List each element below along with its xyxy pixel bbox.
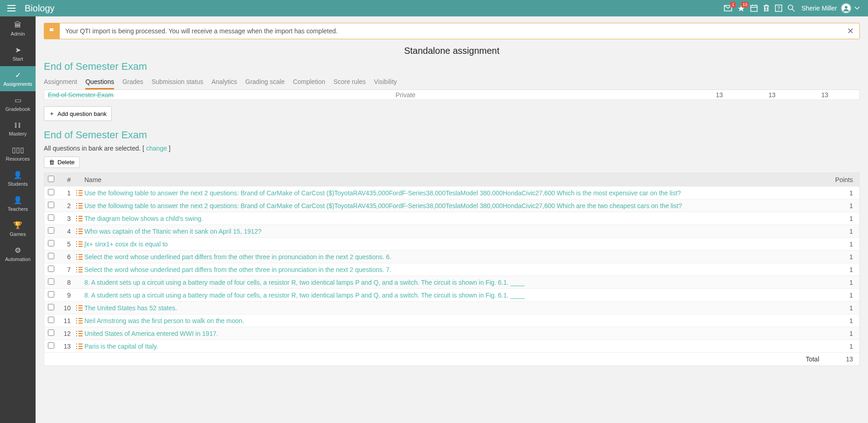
sidebar-item-start[interactable]: ➤Start [0,41,36,66]
admin-icon: 🏛 [14,21,21,29]
row-checkbox[interactable] [48,342,54,349]
row-checkbox[interactable] [48,266,54,272]
top-header: Biology 1 13 ? Sherie Miller [0,0,868,16]
table-row: 98. A student sets up a circuit using a … [44,288,859,301]
question-link[interactable]: Select the word whose underlined part di… [84,253,828,261]
tab-questions[interactable]: Questions [85,75,114,89]
question-link[interactable]: Who was captain of the Titanic when it s… [84,228,828,235]
svg-rect-0 [751,5,757,11]
row-checkbox[interactable] [48,189,54,195]
svg-text:?: ? [777,5,780,11]
change-link[interactable]: change [146,145,167,152]
question-link[interactable]: Paris is the capital of Italy. [84,343,828,350]
notifications-icon[interactable]: 13 [738,5,745,12]
row-checkbox[interactable] [48,227,54,234]
tab-analytics[interactable]: Analytics [212,75,237,89]
row-points: 1 [828,279,856,286]
row-checkbox[interactable] [48,278,54,285]
question-type-icon [76,305,83,311]
inbox-icon[interactable]: 1 [724,5,732,12]
question-link[interactable]: Use the following table to answer the ne… [84,189,828,197]
question-link[interactable]: United States of America entered WWI in … [84,330,828,337]
table-row: 1Use the following table to answer the n… [44,186,859,199]
row-checkbox[interactable] [48,253,54,259]
bank-num2: 13 [769,91,776,99]
row-num: 11 [61,317,74,324]
row-checkbox[interactable] [48,329,54,336]
sidebar-item-admin[interactable]: 🏛Admin [0,16,36,41]
menu-icon[interactable] [5,3,17,13]
question-link[interactable]: Select the word whose underlined part di… [84,266,828,273]
table-row: 11Neil Armstrong was the first person to… [44,314,859,327]
tab-grading-scale[interactable]: Grading scale [245,75,285,89]
question-link[interactable]: The United States has 52 states. [84,304,828,312]
question-link[interactable]: 8. A student sets up a circuit using a b… [84,292,828,299]
avatar[interactable] [841,3,852,14]
calendar-icon[interactable] [750,5,758,12]
tab-assignment[interactable]: Assignment [44,75,77,89]
question-type-icon [76,267,83,272]
row-num: 12 [61,330,74,337]
row-num: 2 [61,202,74,209]
bank-row-partial: End of Semester Exam Private 13 13 13 [44,90,860,100]
question-type-icon [76,331,83,336]
tab-submission-status[interactable]: Submission status [151,75,203,89]
table-row: 4Who was captain of the Titanic when it … [44,225,859,237]
question-link[interactable]: Neil Armstrong was the first person to w… [84,317,828,324]
row-checkbox[interactable] [48,317,54,323]
sidebar-item-students[interactable]: 👤Students [0,166,36,191]
trash-icon[interactable] [763,5,769,12]
add-question-bank-button[interactable]: ＋ Add question bank [44,106,112,121]
row-checkbox[interactable] [48,291,54,298]
alert-close-button[interactable]: ✕ [842,26,859,36]
sidebar-item-games[interactable]: 🏆Games [0,216,36,241]
sidebar: 🏛Admin ➤Start ✓Assignments ▭Gradebook ⫿⫿… [0,16,36,423]
row-checkbox[interactable] [48,214,54,221]
question-link[interactable]: The diagram below shows a child's swing. [84,215,828,222]
sidebar-item-assignments[interactable]: ✓Assignments [0,66,36,91]
bank-num3: 13 [821,91,828,99]
row-points: 1 [828,266,856,273]
tab-grades[interactable]: Grades [122,75,143,89]
user-name[interactable]: Sherie Miller [801,5,837,12]
mastery-icon: ⫿⫿ [14,121,21,129]
row-points: 1 [828,202,856,209]
sidebar-item-resources[interactable]: ▯▯▯Resources [0,141,36,166]
delete-button[interactable]: 🗑 Delete [44,157,80,168]
games-icon: 🏆 [13,221,22,230]
sidebar-label: Games [10,231,26,237]
help-icon[interactable]: ? [775,5,782,12]
sidebar-item-automation[interactable]: ⚙Automation [0,241,36,266]
total-label: Total [806,355,819,363]
search-icon[interactable] [788,5,795,12]
tab-completion[interactable]: Completion [293,75,325,89]
teachers-icon: 👤 [13,196,22,204]
subtext-suffix: ] [167,145,171,152]
sidebar-label: Automation [5,256,31,262]
question-link[interactable]: 8. A student sets up a circuit using a b… [84,279,828,286]
select-all-checkbox[interactable] [48,176,54,182]
page-title: Biology [25,3,55,14]
row-points: 1 [828,189,856,197]
tab-visibility[interactable]: Visibility [374,75,397,89]
row-num: 5 [61,240,74,248]
bank-link[interactable]: End of Semester Exam [48,91,114,99]
plus-icon: ＋ [49,110,55,118]
question-link[interactable]: Use the following table to answer the ne… [84,202,828,209]
sidebar-item-gradebook[interactable]: ▭Gradebook [0,91,36,116]
question-link[interactable]: ∫x+ sinx1+ cosx dx is equal to [84,240,828,248]
row-checkbox[interactable] [48,304,54,310]
question-type-icon [76,318,83,324]
user-menu-chevron-icon[interactable] [854,6,860,10]
tab-score-rules[interactable]: Score rules [333,75,366,89]
row-num: 7 [61,266,74,273]
resources-icon: ▯▯▯ [12,146,24,154]
questions-table: # Name Points 1Use the following table t… [44,172,860,366]
sidebar-label: Resources [6,156,30,162]
row-checkbox[interactable] [48,202,54,208]
section-title: End of Semester Exam [44,61,860,73]
question-type-icon [76,190,83,196]
sidebar-item-teachers[interactable]: 👤Teachers [0,191,36,216]
sidebar-item-mastery[interactable]: ⫿⫿Mastery [0,116,36,141]
row-checkbox[interactable] [48,240,54,246]
